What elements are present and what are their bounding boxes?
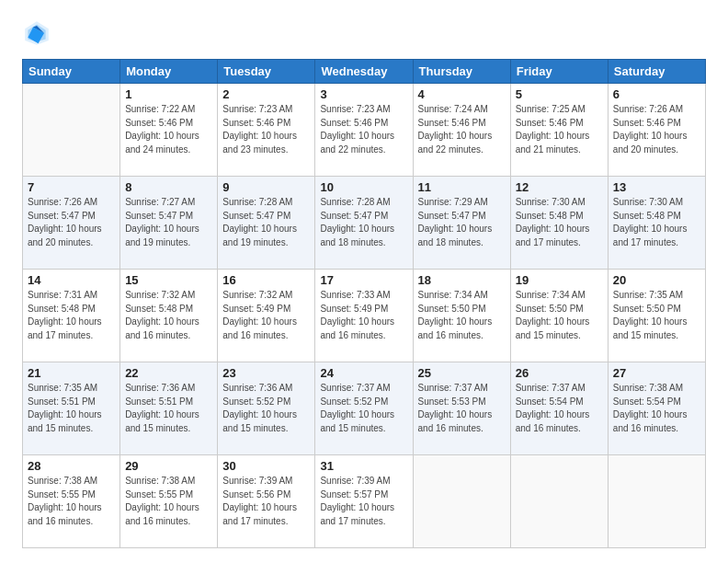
day-info: Sunrise: 7:35 AM Sunset: 5:50 PM Dayligh… xyxy=(613,289,700,342)
day-info: Sunrise: 7:30 AM Sunset: 5:48 PM Dayligh… xyxy=(613,196,700,249)
day-info: Sunrise: 7:37 AM Sunset: 5:54 PM Dayligh… xyxy=(516,382,603,435)
day-number: 1 xyxy=(125,87,212,101)
day-number: 3 xyxy=(320,87,407,101)
calendar-cell: 15Sunrise: 7:32 AM Sunset: 5:48 PM Dayli… xyxy=(120,270,218,362)
calendar-cell: 10Sunrise: 7:28 AM Sunset: 5:47 PM Dayli… xyxy=(315,177,413,270)
calendar-cell: 21Sunrise: 7:35 AM Sunset: 5:51 PM Dayli… xyxy=(23,362,120,455)
day-info: Sunrise: 7:22 AM Sunset: 5:46 PM Dayligh… xyxy=(125,103,212,156)
day-number: 24 xyxy=(320,366,407,380)
day-info: Sunrise: 7:30 AM Sunset: 5:48 PM Dayligh… xyxy=(516,196,603,249)
day-info: Sunrise: 7:32 AM Sunset: 5:49 PM Dayligh… xyxy=(222,289,310,342)
calendar-cell: 31Sunrise: 7:39 AM Sunset: 5:57 PM Dayli… xyxy=(315,455,413,548)
calendar-weekday-saturday: Saturday xyxy=(608,60,705,84)
day-number: 29 xyxy=(125,459,212,473)
day-number: 28 xyxy=(28,459,115,473)
day-info: Sunrise: 7:25 AM Sunset: 5:46 PM Dayligh… xyxy=(516,103,603,156)
day-number: 17 xyxy=(320,273,407,287)
day-number: 21 xyxy=(28,366,115,380)
calendar-cell: 9Sunrise: 7:28 AM Sunset: 5:47 PM Daylig… xyxy=(218,177,315,270)
day-number: 27 xyxy=(613,366,700,380)
day-number: 6 xyxy=(613,87,700,101)
calendar-weekday-sunday: Sunday xyxy=(23,60,120,84)
calendar-weekday-wednesday: Wednesday xyxy=(315,60,413,84)
calendar-weekday-tuesday: Tuesday xyxy=(218,60,315,84)
calendar-weekday-friday: Friday xyxy=(510,60,608,84)
calendar-cell xyxy=(413,455,510,548)
day-info: Sunrise: 7:28 AM Sunset: 5:47 PM Dayligh… xyxy=(222,196,310,249)
calendar-week-row: 21Sunrise: 7:35 AM Sunset: 5:51 PM Dayli… xyxy=(23,362,706,455)
calendar-cell: 2Sunrise: 7:23 AM Sunset: 5:46 PM Daylig… xyxy=(218,84,315,177)
calendar-cell: 22Sunrise: 7:36 AM Sunset: 5:51 PM Dayli… xyxy=(120,362,218,455)
day-number: 5 xyxy=(516,87,603,101)
day-number: 8 xyxy=(125,180,212,194)
calendar-cell: 27Sunrise: 7:38 AM Sunset: 5:54 PM Dayli… xyxy=(608,362,705,455)
day-info: Sunrise: 7:23 AM Sunset: 5:46 PM Dayligh… xyxy=(222,103,310,156)
day-info: Sunrise: 7:35 AM Sunset: 5:51 PM Dayligh… xyxy=(28,382,115,435)
day-info: Sunrise: 7:37 AM Sunset: 5:52 PM Dayligh… xyxy=(320,382,407,435)
calendar-cell: 17Sunrise: 7:33 AM Sunset: 5:49 PM Dayli… xyxy=(315,270,413,362)
day-info: Sunrise: 7:39 AM Sunset: 5:56 PM Dayligh… xyxy=(222,475,310,528)
calendar-header-row: SundayMondayTuesdayWednesdayThursdayFrid… xyxy=(23,60,706,84)
calendar-cell: 13Sunrise: 7:30 AM Sunset: 5:48 PM Dayli… xyxy=(608,177,705,270)
day-number: 9 xyxy=(222,180,310,194)
calendar-cell: 18Sunrise: 7:34 AM Sunset: 5:50 PM Dayli… xyxy=(413,270,510,362)
calendar-week-row: 14Sunrise: 7:31 AM Sunset: 5:48 PM Dayli… xyxy=(23,270,706,362)
day-number: 23 xyxy=(222,366,310,380)
header xyxy=(22,18,706,48)
day-number: 7 xyxy=(28,180,115,194)
calendar-cell: 19Sunrise: 7:34 AM Sunset: 5:50 PM Dayli… xyxy=(510,270,608,362)
calendar-cell: 12Sunrise: 7:30 AM Sunset: 5:48 PM Dayli… xyxy=(510,177,608,270)
calendar-cell: 1Sunrise: 7:22 AM Sunset: 5:46 PM Daylig… xyxy=(120,84,218,177)
day-info: Sunrise: 7:36 AM Sunset: 5:52 PM Dayligh… xyxy=(222,382,310,435)
logo-icon xyxy=(22,18,51,48)
day-number: 30 xyxy=(222,459,310,473)
calendar-cell: 16Sunrise: 7:32 AM Sunset: 5:49 PM Dayli… xyxy=(218,270,315,362)
calendar-cell: 29Sunrise: 7:38 AM Sunset: 5:55 PM Dayli… xyxy=(120,455,218,548)
day-number: 15 xyxy=(125,273,212,287)
calendar-cell: 23Sunrise: 7:36 AM Sunset: 5:52 PM Dayli… xyxy=(218,362,315,455)
calendar-table: SundayMondayTuesdayWednesdayThursdayFrid… xyxy=(22,59,706,548)
calendar-cell: 8Sunrise: 7:27 AM Sunset: 5:47 PM Daylig… xyxy=(120,177,218,270)
calendar-cell: 7Sunrise: 7:26 AM Sunset: 5:47 PM Daylig… xyxy=(23,177,120,270)
calendar-weekday-monday: Monday xyxy=(120,60,218,84)
day-number: 16 xyxy=(222,273,310,287)
calendar-cell: 26Sunrise: 7:37 AM Sunset: 5:54 PM Dayli… xyxy=(510,362,608,455)
day-number: 2 xyxy=(222,87,310,101)
day-info: Sunrise: 7:34 AM Sunset: 5:50 PM Dayligh… xyxy=(418,289,506,342)
calendar-week-row: 1Sunrise: 7:22 AM Sunset: 5:46 PM Daylig… xyxy=(23,84,706,177)
page: SundayMondayTuesdayWednesdayThursdayFrid… xyxy=(0,0,728,563)
logo xyxy=(22,18,55,48)
day-info: Sunrise: 7:28 AM Sunset: 5:47 PM Dayligh… xyxy=(320,196,407,249)
day-number: 4 xyxy=(418,87,506,101)
day-number: 22 xyxy=(125,366,212,380)
calendar-cell: 30Sunrise: 7:39 AM Sunset: 5:56 PM Dayli… xyxy=(218,455,315,548)
day-number: 19 xyxy=(516,273,603,287)
day-info: Sunrise: 7:38 AM Sunset: 5:54 PM Dayligh… xyxy=(613,382,700,435)
day-info: Sunrise: 7:26 AM Sunset: 5:46 PM Dayligh… xyxy=(613,103,700,156)
calendar-cell: 14Sunrise: 7:31 AM Sunset: 5:48 PM Dayli… xyxy=(23,270,120,362)
day-info: Sunrise: 7:23 AM Sunset: 5:46 PM Dayligh… xyxy=(320,103,407,156)
calendar-cell: 25Sunrise: 7:37 AM Sunset: 5:53 PM Dayli… xyxy=(413,362,510,455)
calendar-weekday-thursday: Thursday xyxy=(413,60,510,84)
calendar-cell: 11Sunrise: 7:29 AM Sunset: 5:47 PM Dayli… xyxy=(413,177,510,270)
day-number: 18 xyxy=(418,273,506,287)
day-number: 12 xyxy=(516,180,603,194)
day-info: Sunrise: 7:34 AM Sunset: 5:50 PM Dayligh… xyxy=(516,289,603,342)
day-info: Sunrise: 7:38 AM Sunset: 5:55 PM Dayligh… xyxy=(28,475,115,528)
day-number: 25 xyxy=(418,366,506,380)
day-info: Sunrise: 7:24 AM Sunset: 5:46 PM Dayligh… xyxy=(418,103,506,156)
calendar-cell xyxy=(510,455,608,548)
calendar-cell: 6Sunrise: 7:26 AM Sunset: 5:46 PM Daylig… xyxy=(608,84,705,177)
day-number: 13 xyxy=(613,180,700,194)
calendar-cell xyxy=(23,84,120,177)
calendar-cell: 5Sunrise: 7:25 AM Sunset: 5:46 PM Daylig… xyxy=(510,84,608,177)
day-info: Sunrise: 7:33 AM Sunset: 5:49 PM Dayligh… xyxy=(320,289,407,342)
day-info: Sunrise: 7:37 AM Sunset: 5:53 PM Dayligh… xyxy=(418,382,506,435)
day-info: Sunrise: 7:32 AM Sunset: 5:48 PM Dayligh… xyxy=(125,289,212,342)
day-info: Sunrise: 7:38 AM Sunset: 5:55 PM Dayligh… xyxy=(125,475,212,528)
calendar-cell: 20Sunrise: 7:35 AM Sunset: 5:50 PM Dayli… xyxy=(608,270,705,362)
calendar-week-row: 7Sunrise: 7:26 AM Sunset: 5:47 PM Daylig… xyxy=(23,177,706,270)
day-info: Sunrise: 7:36 AM Sunset: 5:51 PM Dayligh… xyxy=(125,382,212,435)
day-info: Sunrise: 7:27 AM Sunset: 5:47 PM Dayligh… xyxy=(125,196,212,249)
day-info: Sunrise: 7:39 AM Sunset: 5:57 PM Dayligh… xyxy=(320,475,407,528)
